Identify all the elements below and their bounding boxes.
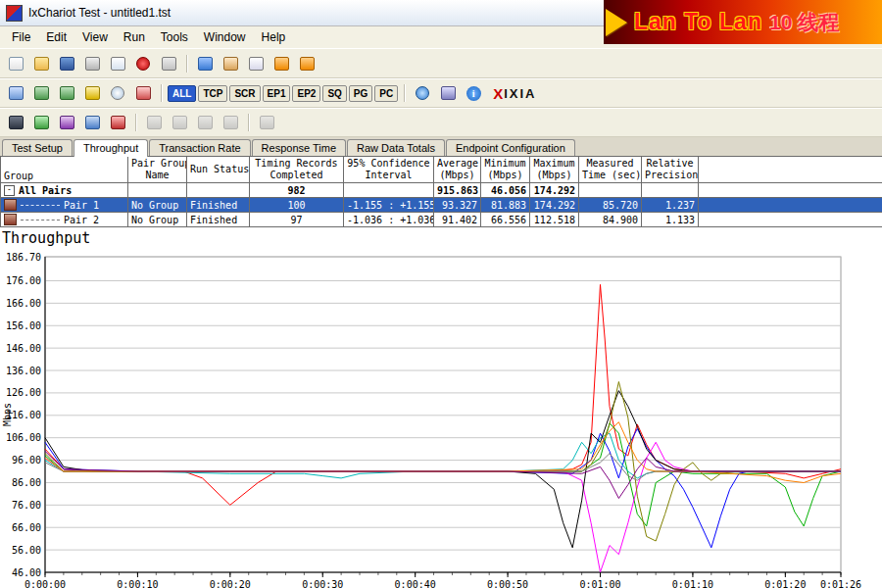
pair-row-2[interactable]: Pair 2 No Group Finished 97 -1.036 : +1.… xyxy=(1,213,882,227)
svg-text:146.00: 146.00 xyxy=(6,343,41,354)
svg-text:66.00: 66.00 xyxy=(12,522,41,533)
grid-icon[interactable] xyxy=(436,82,460,104)
pair-average: 93.327 xyxy=(434,198,481,213)
pair-confidence: -1.036 : +1.036 xyxy=(344,213,434,227)
info-icon[interactable]: i xyxy=(462,82,485,104)
toolbar-separator xyxy=(161,84,162,102)
tab-raw-data-totals[interactable]: Raw Data Totals xyxy=(347,139,445,156)
save-icon[interactable] xyxy=(55,53,78,74)
tab-transaction-rate[interactable]: Transaction Rate xyxy=(149,139,250,156)
tab-test-setup[interactable]: Test Setup xyxy=(2,139,73,156)
play-triangle-icon xyxy=(606,9,627,36)
toolbar-pairs xyxy=(0,108,882,137)
toolbar-standard xyxy=(0,48,882,78)
stop-icon[interactable] xyxy=(131,53,155,74)
ixia-logo-x: X xyxy=(493,85,503,102)
filter-all-button[interactable]: ALL xyxy=(168,85,196,102)
col-filler xyxy=(699,157,882,183)
svg-text:0:01:26: 0:01:26 xyxy=(820,579,861,588)
svg-text:0:00:30: 0:00:30 xyxy=(302,579,343,588)
group-icon[interactable] xyxy=(142,112,166,133)
results-grid: Group Pair GroupName Run Status Timing R… xyxy=(0,156,882,227)
pair-confidence: -1.155 : +1.155 xyxy=(344,198,434,213)
copy-icon[interactable] xyxy=(244,53,268,74)
col-run-status: Run Status xyxy=(187,157,250,183)
pair-average: 91.402 xyxy=(434,213,481,227)
menu-help[interactable]: Help xyxy=(254,28,294,46)
all-pairs-row[interactable]: - All Pairs 982 915.863 46.056 174.292 xyxy=(1,183,882,198)
ixchariot-window: Lan To Lan 10 线程 IxChariot Test - untitl… xyxy=(0,0,882,588)
menu-run[interactable]: Run xyxy=(116,28,153,46)
endpoint-pairs-icon[interactable] xyxy=(29,82,53,104)
lock-icon[interactable] xyxy=(255,112,278,133)
move-up-icon[interactable] xyxy=(193,112,217,133)
new-icon[interactable] xyxy=(4,53,27,74)
undo-icon[interactable] xyxy=(4,82,27,104)
open-icon[interactable] xyxy=(29,53,53,74)
all-pairs-label: All Pairs xyxy=(19,185,72,196)
ungroup-icon[interactable] xyxy=(168,112,191,133)
all-pairs-timing: 982 xyxy=(250,183,344,198)
ixia-logo-name: IXIA xyxy=(504,86,536,101)
filter-ep2-button[interactable]: EP2 xyxy=(292,85,320,102)
tab-throughput[interactable]: Throughput xyxy=(74,139,148,157)
chart-pane-title: Throughput xyxy=(0,227,882,247)
palette-icon[interactable] xyxy=(55,112,78,133)
toolbar-separator xyxy=(404,84,405,102)
edit-icon[interactable] xyxy=(80,82,104,104)
filter-pg-button[interactable]: PG xyxy=(349,85,372,102)
print-preview-icon[interactable] xyxy=(106,53,129,74)
print-icon[interactable] xyxy=(80,53,104,74)
menu-window[interactable]: Window xyxy=(196,28,254,46)
menu-view[interactable]: View xyxy=(74,28,116,46)
pair-status: Finished xyxy=(187,198,250,213)
filter-ep1-button[interactable]: EP1 xyxy=(263,85,291,102)
tree-line xyxy=(21,205,60,206)
pause-icon[interactable] xyxy=(157,53,180,74)
col-relative-precision: RelativePrecision xyxy=(642,157,699,183)
console-icon[interactable] xyxy=(4,112,27,133)
tree-line xyxy=(21,220,60,220)
svg-text:166.00: 166.00 xyxy=(6,298,41,309)
pair-minimum: 66.556 xyxy=(481,213,530,227)
col-timing-records: Timing RecordsCompleted xyxy=(250,157,344,183)
col-minimum: Minimum(Mbps) xyxy=(481,157,530,183)
gauge-icon[interactable] xyxy=(131,82,155,104)
app-icon xyxy=(6,5,23,22)
svg-text:0:01:00: 0:01:00 xyxy=(579,579,620,588)
window-title: IxChariot Test - untitled1.tst xyxy=(28,6,171,20)
toolbar-separator xyxy=(186,55,187,73)
tab-response-time[interactable]: Response Time xyxy=(252,139,346,156)
svg-text:136.00: 136.00 xyxy=(6,366,41,376)
move-down-icon[interactable] xyxy=(219,112,242,133)
web-icon[interactable] xyxy=(411,82,434,104)
banner-brand-text: Lan To Lan xyxy=(634,9,762,35)
layers-icon[interactable] xyxy=(80,112,104,133)
clipboard-icon[interactable] xyxy=(219,53,242,74)
pair-row-1[interactable]: Pair 1 No Group Finished 100 -1.155 : +1… xyxy=(1,198,882,213)
pair-minimum: 81.883 xyxy=(481,198,530,213)
menu-edit[interactable]: Edit xyxy=(38,28,74,46)
menu-file[interactable]: File xyxy=(4,28,38,46)
collapse-icon[interactable]: - xyxy=(4,185,15,196)
camera-icon[interactable] xyxy=(106,112,129,133)
pair-group: No Group xyxy=(128,213,187,227)
database-icon[interactable] xyxy=(270,53,293,74)
add-pair-icon[interactable] xyxy=(55,82,78,104)
svg-text:0:01:20: 0:01:20 xyxy=(764,579,806,588)
filter-sq-button[interactable]: SQ xyxy=(322,85,346,102)
chart-icon[interactable] xyxy=(29,112,53,133)
svg-text:56.00: 56.00 xyxy=(12,545,41,556)
filter-pc-button[interactable]: PC xyxy=(374,85,398,102)
database-alt-icon[interactable] xyxy=(295,53,318,74)
filter-scr-button[interactable]: SCR xyxy=(229,85,260,102)
menu-tools[interactable]: Tools xyxy=(153,28,196,46)
svg-text:76.00: 76.00 xyxy=(12,500,41,511)
col-confidence: 95% ConfidenceInterval xyxy=(344,157,434,183)
zoom-icon[interactable] xyxy=(106,82,129,104)
svg-text:186.70: 186.70 xyxy=(6,252,41,263)
tab-endpoint-configuration[interactable]: Endpoint Configuration xyxy=(446,139,575,156)
go-icon[interactable] xyxy=(193,53,217,74)
filter-tcp-button[interactable]: TCP xyxy=(198,85,227,102)
svg-text:96.00: 96.00 xyxy=(12,455,41,466)
